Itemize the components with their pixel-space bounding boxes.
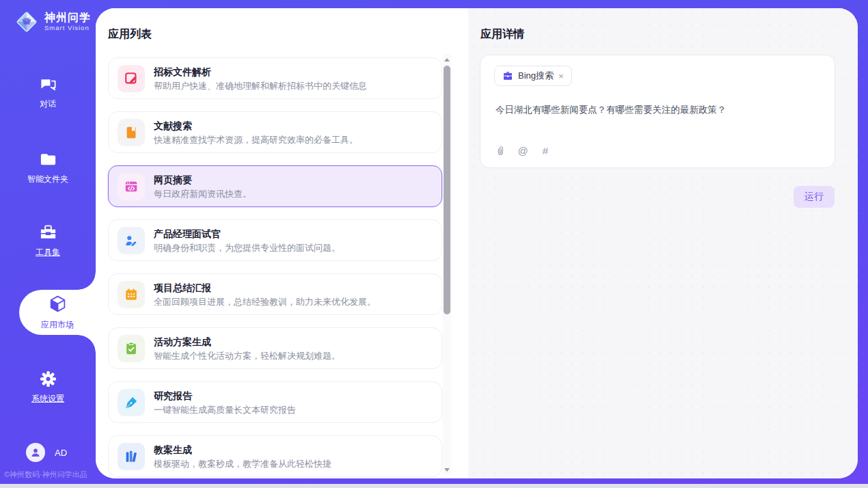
copyright-text: ©神州数码·神州问学出品 xyxy=(4,470,87,480)
sidebar-item-label: 工具集 xyxy=(36,247,60,258)
app-name: 招标文件解析 xyxy=(154,66,367,78)
app-card-bid-document-parsing[interactable]: 招标文件解析 帮助用户快速、准确地理解和解析招标书中的关键信息 xyxy=(108,57,442,99)
logo-diamond-icon xyxy=(14,9,40,35)
app-description: 每日政府新闻资讯快查。 xyxy=(154,188,252,200)
app-card-project-summary[interactable]: 项目总结汇报 全面回顾项目进展，总结经验教训，助力未来优化发展。 xyxy=(108,273,442,315)
app-list-title: 应用列表 xyxy=(108,27,152,42)
run-button[interactable]: 运行 xyxy=(794,186,835,208)
app-name: 教案生成 xyxy=(154,444,331,456)
main-content: 应用列表 招标文件解析 帮助用户快速、准确地理解和解析招标书中的关键信息 xyxy=(96,8,858,478)
prompt-card[interactable]: Bing搜索 × 今日湖北有哪些新闻要点？有哪些需要关注的最新政策？ @ # xyxy=(480,55,835,168)
sidebar-active-tab: 应用市场 xyxy=(19,290,96,335)
user-initials: AD xyxy=(55,448,67,458)
app-name: 研究报告 xyxy=(154,390,296,402)
folder-icon xyxy=(39,150,57,169)
app-description: 明确身份和职责，为您提供专业性的面试问题。 xyxy=(154,242,340,254)
window-bottom-edge xyxy=(0,484,868,488)
app-name: 产品经理面试官 xyxy=(154,228,340,240)
scrollbar-down-button[interactable] xyxy=(443,465,451,474)
cube-icon xyxy=(48,294,68,316)
interviewer-icon xyxy=(118,227,145,254)
app-card-research-report[interactable]: 研究报告 一键智能生成高质量长文本研究报告 xyxy=(108,381,442,423)
app-card-web-summary[interactable]: 网页摘要 每日政府新闻资讯快查。 xyxy=(108,165,442,207)
tool-tag-bing-search[interactable]: Bing搜索 × xyxy=(494,66,572,86)
app-card-pm-interviewer[interactable]: 产品经理面试官 明确身份和职责，为您提供专业性的面试问题。 xyxy=(108,219,442,261)
pen-nib-icon xyxy=(118,389,145,416)
scrollbar-thumb[interactable] xyxy=(444,66,450,314)
triangle-down-icon xyxy=(444,468,450,472)
toolbox-icon xyxy=(39,223,57,242)
brand-subtitle: Smart Vision xyxy=(44,24,91,32)
app-list-panel: 应用列表 招标文件解析 帮助用户快速、准确地理解和解析招标书中的关键信息 xyxy=(96,8,468,478)
prompt-toolbar: @ # xyxy=(494,144,552,157)
app-name: 文献搜索 xyxy=(154,120,358,132)
app-name: 活动方案生成 xyxy=(154,336,340,348)
app-description: 快速精准查找学术资源，提高研究效率的必备工具。 xyxy=(154,134,358,146)
attachment-icon[interactable] xyxy=(494,144,506,157)
sidebar-item-app-market[interactable]: 应用市场 xyxy=(19,290,96,335)
triangle-up-icon xyxy=(444,58,450,62)
app-card-lesson-plan[interactable]: 教案生成 模板驱动，教案秒成，教学准备从此轻松快捷 xyxy=(108,435,442,477)
app-detail-title: 应用详情 xyxy=(480,27,524,42)
tab-curve-bottom xyxy=(78,335,96,353)
app-detail-panel: 应用详情 Bing搜索 × 今日湖北有哪些新闻要点？有哪些需要关注的最新政策？ … xyxy=(468,8,858,478)
tab-curve-top xyxy=(78,272,96,290)
app-description: 帮助用户快速、准确地理解和解析招标书中的关键信息 xyxy=(154,80,367,92)
edit-document-icon xyxy=(118,65,145,92)
briefcase-icon xyxy=(502,70,513,81)
user-account[interactable]: AD xyxy=(26,443,67,462)
prompt-text[interactable]: 今日湖北有哪些新闻要点？有哪些需要关注的最新政策？ xyxy=(496,103,821,116)
books-icon xyxy=(118,443,145,470)
sidebar-item-settings[interactable]: 系统设置 xyxy=(0,370,96,405)
sidebar-item-label: 对话 xyxy=(40,98,56,110)
app-description: 智能生成个性化活动方案，轻松解决规划难题。 xyxy=(154,350,340,362)
sidebar-item-smart-folder[interactable]: 智能文件夹 xyxy=(0,150,96,185)
sidebar-item-toolset[interactable]: 工具集 xyxy=(0,223,96,258)
app-list: 招标文件解析 帮助用户快速、准确地理解和解析招标书中的关键信息 文献搜索 快速精… xyxy=(108,57,442,478)
browser-code-icon xyxy=(118,173,145,200)
sidebar-item-chat[interactable]: 对话 xyxy=(0,75,96,110)
calendar-report-icon xyxy=(118,281,145,308)
book-icon xyxy=(118,119,145,146)
mention-icon[interactable]: @ xyxy=(517,144,529,157)
app-list-scrollbar[interactable] xyxy=(443,55,451,474)
gear-icon xyxy=(39,370,57,388)
app-card-event-plan[interactable]: 活动方案生成 智能生成个性化活动方案，轻松解决规划难题。 xyxy=(108,327,442,369)
app-description: 一键智能生成高质量长文本研究报告 xyxy=(154,404,296,416)
avatar xyxy=(26,443,45,462)
scrollbar-up-button[interactable] xyxy=(443,55,451,64)
hashtag-icon[interactable]: # xyxy=(539,144,552,157)
chat-icon xyxy=(39,75,57,94)
clipboard-check-icon xyxy=(118,335,145,362)
app-logo: 神州问学 Smart Vision xyxy=(14,9,91,35)
brand-name: 神州问学 xyxy=(44,12,91,24)
sidebar-item-label: 系统设置 xyxy=(31,393,64,405)
sidebar-item-label: 智能文件夹 xyxy=(27,174,68,185)
tool-tag-label: Bing搜索 xyxy=(518,70,554,82)
app-description: 全面回顾项目进展，总结经验教训，助力未来优化发展。 xyxy=(154,296,376,308)
sidebar-item-label: 应用市场 xyxy=(41,319,74,331)
person-icon xyxy=(29,446,42,459)
app-name: 网页摘要 xyxy=(154,174,252,186)
close-icon[interactable]: × xyxy=(558,72,564,81)
app-description: 模板驱动，教案秒成，教学准备从此轻松快捷 xyxy=(154,458,331,470)
sidebar: 神州问学 Smart Vision 对话 智能文件夹 xyxy=(0,0,96,484)
app-card-literature-search[interactable]: 文献搜索 快速精准查找学术资源，提高研究效率的必备工具。 xyxy=(108,111,442,153)
app-name: 项目总结汇报 xyxy=(154,282,376,294)
